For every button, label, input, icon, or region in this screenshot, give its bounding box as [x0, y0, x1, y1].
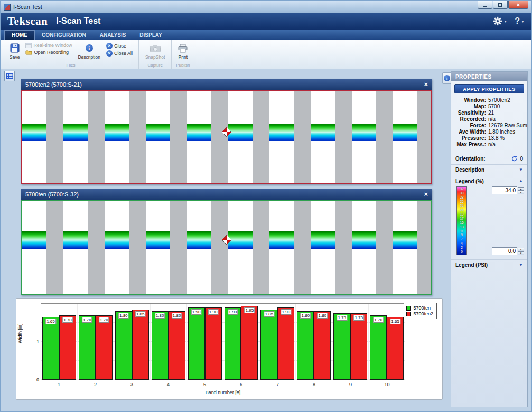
- bar-5700ten2-band-6[interactable]: 1.95: [241, 306, 258, 380]
- bar-5700ten-band-3[interactable]: 1.80: [115, 311, 132, 380]
- legend-min-input-group: ▲ ▼: [471, 247, 524, 255]
- bar-5700ten2-band-7[interactable]: 1.90: [277, 307, 294, 380]
- close-all-button[interactable]: × Close All: [105, 50, 134, 57]
- bar-5700ten2-band-9[interactable]: 1.75: [350, 313, 367, 380]
- bar-value-label: 1.75: [337, 315, 347, 321]
- spin-down-button[interactable]: ▼: [518, 191, 524, 194]
- bar-group-1: 1.651.70: [41, 304, 77, 380]
- bar-value-label: 1.80: [301, 313, 311, 319]
- bar-value-label: 1.80: [317, 313, 328, 319]
- property-value-7: n/a: [488, 142, 527, 147]
- close-window-button[interactable]: × Close: [105, 42, 134, 50]
- chart-legend-item-5700ten: 5700ten: [406, 305, 433, 311]
- close-button[interactable]: ×: [508, 1, 528, 9]
- save-button[interactable]: Save: [7, 41, 22, 61]
- bar-group-2: 1.701.70: [77, 304, 114, 380]
- bar-5700ten2-band-5[interactable]: 1.90: [205, 307, 222, 380]
- bar-value-label: 1.90: [281, 309, 292, 315]
- x-tick-label: 7: [259, 382, 296, 387]
- property-value-2: 21: [488, 110, 527, 116]
- spin-up-button[interactable]: ▲: [518, 248, 524, 251]
- spin-up-button[interactable]: ▲: [518, 187, 524, 191]
- bar-5700ten2-band-4[interactable]: 1.80: [169, 311, 185, 380]
- open-recording-button[interactable]: Open Recording: [24, 49, 73, 55]
- color-scale-tick: 9: [461, 233, 463, 237]
- property-label-1: Map:: [452, 104, 486, 109]
- chevron-down-icon: ▼: [503, 20, 507, 23]
- bar-value-label: 1.70: [373, 317, 384, 323]
- bar-5700ten2-band-1[interactable]: 1.70: [59, 315, 76, 380]
- width-chart-panel: Width [in] 1.651.701.701.701.801.851.801…: [16, 298, 443, 400]
- close-icon[interactable]: ×: [424, 81, 428, 88]
- app-header: Tekscan I-Scan Test ▼ ? ▼: [1, 13, 531, 30]
- property-label-7: Max Press.:: [452, 142, 486, 147]
- properties-header: PROPERTIES: [451, 72, 527, 81]
- legend-percent-title: Legend (%): [455, 179, 484, 184]
- properties-tab-handle[interactable]: i: [442, 72, 451, 84]
- bar-5700ten2-band-10[interactable]: 1.65: [387, 317, 404, 380]
- bar-5700ten-band-5[interactable]: 1.90: [188, 307, 205, 380]
- maximize-button[interactable]: [493, 1, 508, 9]
- x-tick-label: 8: [296, 382, 332, 387]
- x-tick-label: 10: [369, 382, 405, 387]
- tab-analysis[interactable]: ANALYSIS: [93, 31, 133, 40]
- sensor-window-5700ten2[interactable]: 5700ten2 (5700:S-21) ×: [21, 79, 432, 184]
- legend-swatch: [406, 312, 411, 316]
- sensor-map-view[interactable]: [21, 90, 432, 184]
- bar-5700ten-band-10[interactable]: 1.70: [370, 315, 387, 380]
- sensor-window-5700ten[interactable]: 5700ten (5700:S-32) ×: [21, 189, 432, 295]
- sensor-map-view[interactable]: [21, 200, 432, 295]
- description-button[interactable]: i Description: [75, 41, 103, 61]
- legend-min-input[interactable]: [492, 247, 517, 255]
- tile-windows-button[interactable]: [4, 71, 15, 81]
- close-icon: ×: [517, 2, 520, 8]
- property-label-0: Window:: [452, 97, 486, 103]
- bar-5700ten-band-4[interactable]: 1.80: [152, 311, 169, 380]
- bar-5700ten-band-8[interactable]: 1.80: [297, 311, 314, 380]
- help-icon: ?: [515, 16, 520, 26]
- bar-value-label: 1.75: [353, 315, 364, 321]
- property-value-3: n/a: [488, 116, 527, 122]
- help-button[interactable]: ? ▼: [515, 16, 525, 26]
- minimize-button[interactable]: [478, 1, 492, 9]
- bar-5700ten-band-2[interactable]: 1.70: [79, 315, 96, 380]
- legend-max-input[interactable]: [492, 186, 517, 194]
- settings-button[interactable]: ▼: [493, 16, 507, 26]
- bar-5700ten-band-1[interactable]: 1.65: [42, 317, 59, 380]
- bar-5700ten2-band-8[interactable]: 1.80: [314, 311, 331, 380]
- bar-value-label: 1.90: [228, 309, 238, 315]
- color-scale-tick: 13: [460, 226, 463, 229]
- bar-group-7: 1.851.90: [259, 304, 295, 380]
- orientation-marker-icon[interactable]: [221, 127, 232, 137]
- chart-legend-item-5700ten2: 5700ten2: [406, 311, 433, 316]
- bar-5700ten2-band-3[interactable]: 1.85: [132, 310, 149, 380]
- bar-5700ten-band-6[interactable]: 1.90: [225, 307, 241, 380]
- print-button[interactable]: Print: [175, 41, 190, 61]
- bar-5700ten-band-9[interactable]: 1.75: [333, 313, 350, 380]
- legend-psi-section-header[interactable]: Legend (PSI) ▼: [451, 259, 527, 270]
- property-value-5: 1.80 inches: [488, 129, 527, 135]
- sensor-window-title-bar[interactable]: 5700ten (5700:S-32) ×: [21, 189, 432, 200]
- description-section-header[interactable]: Description ▼: [451, 164, 527, 175]
- sensor-window-title-bar[interactable]: 5700ten2 (5700:S-21) ×: [21, 79, 432, 90]
- bar-5700ten-band-7[interactable]: 1.85: [260, 310, 277, 380]
- tab-configuration[interactable]: CONFIGURATION: [35, 31, 93, 40]
- spin-down-button[interactable]: ▼: [518, 251, 524, 255]
- property-value-0: 5700ten2: [488, 97, 527, 103]
- apply-properties-button[interactable]: APPLY PROPERTIES: [454, 84, 524, 93]
- bar-value-label: 1.70: [82, 317, 92, 323]
- page-title: I-Scan Test: [56, 16, 100, 26]
- orientation-marker-icon[interactable]: [221, 235, 232, 245]
- title-bar[interactable]: I-Scan Test ×: [1, 1, 531, 13]
- tab-display[interactable]: DISPLAY: [133, 31, 169, 40]
- color-scale-tick: 19: [460, 213, 463, 217]
- window-title: I-Scan Test: [13, 4, 42, 10]
- property-fields: Window:5700ten2Map:5700Sensitivity:21Rec…: [451, 96, 527, 151]
- rotate-icon[interactable]: [511, 155, 518, 162]
- bar-value-label: 1.80: [155, 313, 165, 319]
- close-icon[interactable]: ×: [424, 191, 428, 198]
- bar-5700ten2-band-2[interactable]: 1.70: [96, 315, 113, 380]
- bar-group-8: 1.801.80: [295, 304, 332, 380]
- tab-home[interactable]: HOME: [4, 30, 35, 40]
- folder-icon: [25, 49, 32, 55]
